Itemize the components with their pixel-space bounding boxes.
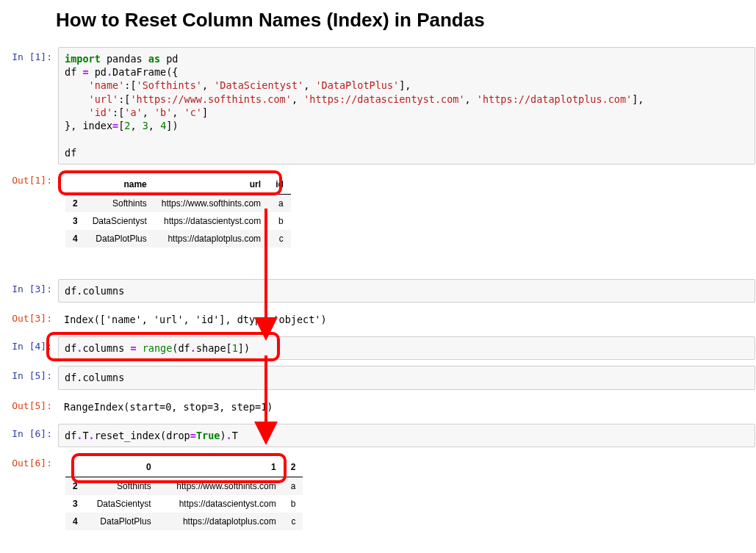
cell: c xyxy=(268,230,291,247)
tok: , xyxy=(130,120,142,131)
tok: shape[ xyxy=(196,342,232,354)
prompt-out-1: Out[1]: xyxy=(1,170,58,186)
cell-out-5: Out[5]: RangeIndex(start=0, stop=3, step… xyxy=(0,394,756,420)
th-name: name xyxy=(85,175,154,195)
tok: :[ xyxy=(118,93,130,105)
cell: https://dataplotplus.com xyxy=(159,513,284,530)
code-text: df.columns xyxy=(65,285,124,297)
table-header-row: 0 1 2 xyxy=(65,458,303,477)
tok: . xyxy=(226,430,232,441)
prompt-out-5: Out[5]: xyxy=(1,396,58,411)
cell: b xyxy=(268,212,291,230)
kw-import: import xyxy=(65,53,101,65)
table-row: 4 DataPlotPlus https://dataplotplus.com … xyxy=(65,513,303,530)
prompt-in-1: In [1]: xyxy=(1,47,58,62)
cell-in-3: In [3]: df.columns xyxy=(0,277,756,305)
th-index xyxy=(65,458,85,477)
tok: ) xyxy=(220,430,226,441)
th-id: id xyxy=(268,175,291,195)
tok: DataFrame({ xyxy=(112,66,178,78)
cell: https://datascientyst.com xyxy=(154,212,268,230)
cell-in-4: In [4]: df.columns = range(df.shape[1]) xyxy=(0,334,756,362)
row-idx: 3 xyxy=(65,212,85,230)
th-1: 1 xyxy=(159,458,284,477)
output-text-3: Index(['name', 'url', 'id'], dtype='obje… xyxy=(58,308,755,330)
cell: b xyxy=(284,495,303,513)
tok: pd xyxy=(160,53,178,65)
tok: df xyxy=(65,147,76,159)
table-header-row: name url id xyxy=(65,175,291,195)
dataframe-table-6: 0 1 2 2 Softhints https://www.softhints.… xyxy=(65,458,303,530)
dataframe-table-1: name url id 2 Softhints https://www.soft… xyxy=(65,175,291,247)
cell: DataScientyst xyxy=(85,212,154,230)
cell: https://datascientyst.com xyxy=(159,495,284,513)
prompt-in-3: In [3]: xyxy=(1,279,58,294)
tok: , xyxy=(303,79,315,91)
cell: https://dataplotplus.com xyxy=(154,230,268,247)
prompt-in-4: In [4]: xyxy=(1,336,58,352)
cell: DataPlotPlus xyxy=(85,513,159,530)
prompt-out-6: Out[6]: xyxy=(1,453,58,469)
tok: , xyxy=(172,106,184,118)
tok: 'url' xyxy=(89,93,119,105)
output-text-5: RangeIndex(start=0, stop=3, step=1) xyxy=(58,396,755,418)
tok: reset_index(drop xyxy=(95,430,190,441)
tok: ], xyxy=(632,93,644,105)
table-row: 3 DataScientyst https://datascientyst.co… xyxy=(65,495,303,513)
cell-out-1: Out[1]: name url id 2 Softhints https://… xyxy=(0,168,756,275)
cell: a xyxy=(268,194,291,212)
tok: df xyxy=(65,342,76,354)
cell-out-3: Out[3]: Index(['name', 'url', 'id'], dty… xyxy=(0,306,756,333)
prompt-in-6: In [6]: xyxy=(1,424,58,439)
tok: pd xyxy=(89,66,107,78)
code-input-1[interactable]: import pandas as pd df = pd.DataFrame({ … xyxy=(58,47,755,165)
th-0: 0 xyxy=(85,458,159,477)
code-input-4[interactable]: df.columns = range(df.shape[1]) xyxy=(58,336,755,360)
cell: c xyxy=(284,513,303,530)
tok: 'https://datascientyst.com' xyxy=(303,93,464,105)
tok: ], xyxy=(399,79,411,91)
kw-as: as xyxy=(148,53,160,65)
tok: 'name' xyxy=(89,79,125,91)
tok: columns xyxy=(82,342,130,354)
tok: df xyxy=(65,66,82,78)
tok: 1 xyxy=(232,342,238,354)
row-idx: 3 xyxy=(65,495,85,513)
tok xyxy=(65,93,89,105)
output-html-6: 0 1 2 2 Softhints https://www.softhints.… xyxy=(58,453,755,553)
cell: DataScientyst xyxy=(85,495,159,513)
tok: True xyxy=(196,430,220,441)
tok: 'https://dataplotplus.com' xyxy=(477,93,632,105)
tok: 'Softhints' xyxy=(137,79,202,91)
cell-in-5: In [5]: df.columns xyxy=(0,364,756,391)
cell-in-6: In [6]: df.T.reset_index(drop=True).T xyxy=(0,422,756,449)
tok: , xyxy=(292,93,303,105)
output-html-1: name url id 2 Softhints https://www.soft… xyxy=(58,170,755,273)
tok: = xyxy=(130,342,136,354)
tok: }, index xyxy=(65,120,112,131)
tok: T xyxy=(232,430,238,441)
cell: Softhints xyxy=(85,477,159,496)
prompt-in-5: In [5]: xyxy=(1,366,58,381)
code-input-5[interactable]: df.columns xyxy=(58,366,755,389)
tok: ] xyxy=(202,106,208,118)
prompt-out-3: Out[3]: xyxy=(1,308,58,324)
tok: :[ xyxy=(112,106,124,118)
th-index xyxy=(65,175,85,195)
code-input-6[interactable]: df.T.reset_index(drop=True).T xyxy=(58,424,755,447)
cell: DataPlotPlus xyxy=(85,230,154,247)
tok: T xyxy=(82,430,88,441)
table-row: 4 DataPlotPlus https://dataplotplus.com … xyxy=(65,230,291,247)
cell-out-6: Out[6]: 0 1 2 2 Softhints https://www.so… xyxy=(0,451,756,553)
tok: range xyxy=(143,342,173,354)
tok: = xyxy=(112,120,118,131)
code-input-3[interactable]: df.columns xyxy=(58,279,755,303)
cell: https://www.softhints.com xyxy=(159,477,284,496)
tok: = xyxy=(82,66,88,78)
tok: , xyxy=(202,79,214,91)
tok: :[ xyxy=(124,79,136,91)
code-text: df.columns xyxy=(65,372,124,383)
th-2: 2 xyxy=(284,458,303,477)
cell: Softhints xyxy=(85,194,154,212)
tok: 'https://www.softhints.com' xyxy=(130,93,291,105)
